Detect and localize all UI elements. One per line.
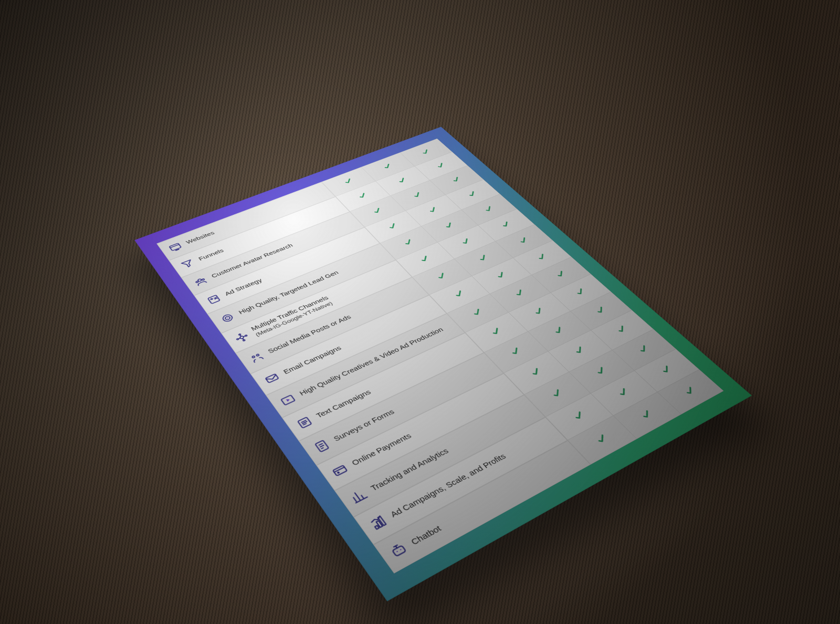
check-icon [458,236,474,246]
check-icon [410,190,424,199]
scale-icon [367,513,390,533]
check-icon [572,286,589,297]
funnel-icon [179,258,196,270]
check-icon [516,235,531,245]
analytics-icon [348,487,370,505]
check-icon [385,222,400,231]
perspective-stage: WebsitesFunnelsCustomer Avatar ResearchA… [220,58,620,567]
website-icon [167,241,184,253]
check-icon [451,288,467,299]
chatbot-icon [387,540,410,560]
social-icon [247,350,266,365]
feature-table-panel: WebsitesFunnelsCustomer Avatar ResearchA… [156,139,724,574]
feature-label: Websites [185,230,216,245]
svg-point-6 [211,298,213,299]
check-icon [534,252,549,262]
check-icon [570,409,587,422]
svg-rect-5 [208,295,220,304]
check-icon [469,307,485,318]
svg-point-16 [256,353,259,356]
survey-icon [311,438,332,454]
check-icon [370,206,384,215]
check-icon [426,205,440,214]
check-icon [417,254,432,264]
target-icon [218,311,237,325]
check-icon [341,177,355,185]
text-icon [294,414,314,431]
svg-rect-21 [333,465,347,476]
check-icon [465,190,479,199]
check-icon [553,269,569,279]
svg-point-25 [400,548,402,550]
email-icon [262,371,281,386]
check-icon [381,162,394,171]
svg-point-22 [338,472,339,473]
check-icon [442,221,456,230]
check-icon [548,387,566,400]
check-icon [449,175,463,184]
check-icon [637,408,656,421]
check-icon [511,287,527,298]
check-icon [498,220,513,229]
feature-label: Chatbot [409,524,444,548]
gradient-sheet: WebsitesFunnelsCustomer Avatar ResearchA… [134,127,752,601]
check-icon [493,270,509,280]
check-icon [592,365,610,377]
svg-point-24 [396,550,398,552]
check-icon [419,148,433,155]
channels-icon [233,330,251,344]
avatar-icon [192,275,209,288]
svg-point-15 [251,356,255,358]
check-icon [507,345,524,357]
check-icon [680,384,698,398]
check-icon [613,324,630,335]
check-icon [571,344,587,356]
svg-point-9 [227,317,228,318]
mockup-scene: WebsitesFunnelsCustomer Avatar ResearchA… [0,0,840,624]
check-icon [657,363,675,376]
check-icon [481,204,496,213]
svg-rect-17 [265,374,278,383]
check-icon [434,271,449,281]
check-icon [550,325,567,336]
svg-point-4 [202,278,205,280]
check-icon [592,432,611,446]
check-icon [527,366,544,378]
svg-point-10 [239,336,244,339]
check-icon [355,191,370,200]
svg-point-3 [195,281,198,283]
feature-table: WebsitesFunnelsCustomer Avatar ResearchA… [156,139,724,574]
check-icon [531,306,547,317]
check-icon [476,253,491,263]
feature-label: Funnels [197,247,225,262]
check-icon [401,237,415,247]
check-icon [395,176,410,184]
check-icon [635,343,652,355]
check-icon [592,305,608,316]
check-icon [434,161,447,170]
check-icon [488,326,504,337]
check-icon [614,386,632,399]
payment-icon [329,462,351,480]
video-icon [278,392,298,408]
strategy-icon [205,293,223,306]
